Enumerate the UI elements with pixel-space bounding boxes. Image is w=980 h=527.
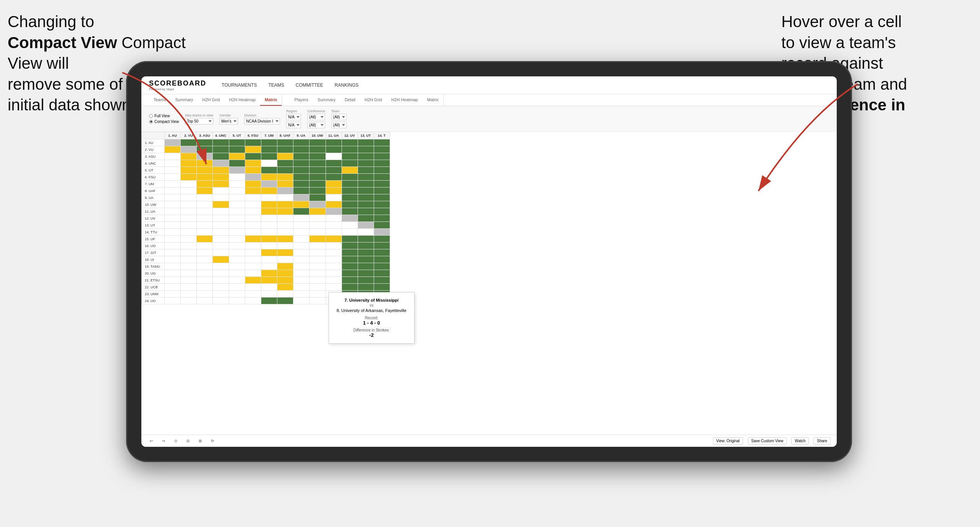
matrix-cell[interactable] xyxy=(358,153,374,160)
matrix-cell[interactable] xyxy=(374,194,390,201)
matrix-cell[interactable] xyxy=(358,188,374,194)
matrix-cell[interactable] xyxy=(277,146,293,153)
matrix-cell[interactable] xyxy=(245,139,261,146)
matrix-cell[interactable] xyxy=(261,208,277,215)
matrix-cell[interactable] xyxy=(309,174,326,181)
matrix-cell[interactable] xyxy=(261,153,277,160)
matrix-cell[interactable] xyxy=(342,160,358,167)
matrix-cell[interactable] xyxy=(229,263,245,270)
tab-summary-players[interactable]: Summary xyxy=(313,94,340,106)
matrix-cell[interactable] xyxy=(277,194,293,201)
matrix-cell[interactable] xyxy=(326,139,342,146)
matrix-cell[interactable] xyxy=(358,194,374,201)
matrix-cell[interactable] xyxy=(358,181,374,188)
matrix-cell[interactable] xyxy=(293,139,309,146)
matrix-cell[interactable] xyxy=(342,181,358,188)
matrix-cell[interactable] xyxy=(197,270,213,277)
matrix-cell[interactable] xyxy=(309,139,326,146)
matrix-cell[interactable] xyxy=(229,249,245,256)
matrix-cell[interactable] xyxy=(374,277,390,284)
matrix-cell[interactable] xyxy=(277,153,293,160)
matrix-cell[interactable] xyxy=(261,167,277,174)
matrix-cell[interactable] xyxy=(165,291,181,297)
matrix-cell[interactable] xyxy=(326,167,342,174)
matrix-cell[interactable] xyxy=(229,222,245,229)
table-row[interactable]: 20. UG xyxy=(142,270,390,277)
matrix-cell[interactable] xyxy=(277,160,293,167)
view-original-button[interactable]: View: Original xyxy=(713,437,744,445)
matrix-cell[interactable] xyxy=(309,222,326,229)
matrix-cell[interactable] xyxy=(277,291,293,297)
team-select-2[interactable]: (All) xyxy=(331,122,347,128)
matrix-cell[interactable] xyxy=(374,215,390,222)
matrix-cell[interactable] xyxy=(309,263,326,270)
matrix-cell[interactable] xyxy=(197,236,213,242)
matrix-cell[interactable] xyxy=(277,242,293,249)
matrix-cell[interactable] xyxy=(374,188,390,194)
matrix-cell[interactable] xyxy=(342,277,358,284)
matrix-cell[interactable] xyxy=(245,181,261,188)
matrix-cell[interactable] xyxy=(277,181,293,188)
matrix-cell[interactable] xyxy=(358,222,374,229)
matrix-cell[interactable] xyxy=(293,188,309,194)
matrix-cell[interactable] xyxy=(197,242,213,249)
matrix-cell[interactable] xyxy=(245,194,261,201)
nav-teams[interactable]: TEAMS xyxy=(268,81,284,89)
matrix-cell[interactable] xyxy=(374,236,390,242)
matrix-cell[interactable] xyxy=(309,167,326,174)
matrix-cell[interactable] xyxy=(181,181,197,188)
matrix-cell[interactable] xyxy=(374,256,390,263)
matrix-cell[interactable] xyxy=(277,167,293,174)
matrix-cell[interactable] xyxy=(326,208,342,215)
matrix-cell[interactable] xyxy=(165,188,181,194)
matrix-cell[interactable] xyxy=(358,236,374,242)
matrix-cell[interactable] xyxy=(374,270,390,277)
matrix-cell[interactable] xyxy=(245,153,261,160)
matrix-cell[interactable] xyxy=(165,236,181,242)
matrix-cell[interactable] xyxy=(229,181,245,188)
matrix-cell[interactable] xyxy=(245,270,261,277)
matrix-cell[interactable] xyxy=(213,222,229,229)
matrix-cell[interactable] xyxy=(245,174,261,181)
matrix-cell[interactable] xyxy=(374,139,390,146)
matrix-cell[interactable] xyxy=(309,188,326,194)
tab-players[interactable]: Players xyxy=(290,94,313,106)
matrix-cell[interactable] xyxy=(165,270,181,277)
matrix-cell[interactable] xyxy=(165,194,181,201)
matrix-cell[interactable] xyxy=(358,263,374,270)
matrix-cell[interactable] xyxy=(342,146,358,153)
matrix-cell[interactable] xyxy=(293,277,309,284)
matrix-cell[interactable] xyxy=(293,291,309,297)
matrix-cell[interactable] xyxy=(309,194,326,201)
matrix-cell[interactable] xyxy=(245,284,261,291)
matrix-cell[interactable] xyxy=(245,167,261,174)
matrix-cell[interactable] xyxy=(309,160,326,167)
matrix-cell[interactable] xyxy=(309,146,326,153)
matrix-cell[interactable] xyxy=(309,181,326,188)
tool2-button[interactable]: ⊟ xyxy=(184,438,192,444)
matrix-cell[interactable] xyxy=(181,188,197,194)
matrix-cell[interactable] xyxy=(181,270,197,277)
matrix-cell[interactable] xyxy=(374,284,390,291)
matrix-cell[interactable] xyxy=(293,222,309,229)
matrix-cell[interactable] xyxy=(309,249,326,256)
table-row[interactable]: 11. UA xyxy=(142,208,390,215)
matrix-cell[interactable] xyxy=(165,208,181,215)
matrix-cell[interactable] xyxy=(165,229,181,236)
matrix-cell[interactable] xyxy=(261,181,277,188)
matrix-cell[interactable] xyxy=(181,256,197,263)
matrix-cell[interactable] xyxy=(374,181,390,188)
matrix-cell[interactable] xyxy=(261,229,277,236)
matrix-cell[interactable] xyxy=(358,284,374,291)
matrix-cell[interactable] xyxy=(293,215,309,222)
matrix-cell[interactable] xyxy=(245,291,261,297)
matrix-cell[interactable] xyxy=(197,256,213,263)
matrix-cell[interactable] xyxy=(358,146,374,153)
matrix-cell[interactable] xyxy=(326,153,342,160)
matrix-cell[interactable] xyxy=(326,284,342,291)
matrix-cell[interactable] xyxy=(213,277,229,284)
nav-committee[interactable]: COMMITTEE xyxy=(296,81,323,89)
matrix-cell[interactable] xyxy=(229,215,245,222)
matrix-cell[interactable] xyxy=(293,146,309,153)
matrix-cell[interactable] xyxy=(213,194,229,201)
